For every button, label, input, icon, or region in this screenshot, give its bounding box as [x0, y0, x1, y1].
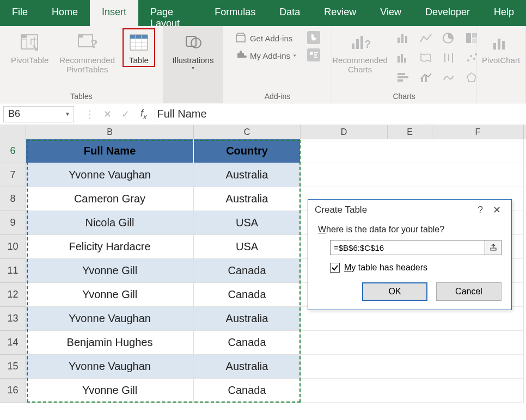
ribbon-tab-file[interactable]: File — [0, 0, 40, 26]
table-cell[interactable]: Australia — [194, 187, 301, 211]
row-header[interactable]: 13 — [0, 307, 26, 331]
table-cell[interactable]: Canada — [194, 379, 301, 403]
people-graph-button[interactable] — [304, 48, 323, 63]
stock-chart-icon[interactable] — [441, 50, 456, 65]
svg-rect-1 — [21, 35, 27, 38]
name-box[interactable]: B6 ▼ — [3, 106, 74, 122]
table-cell[interactable]: Cameron Gray — [26, 187, 194, 211]
select-all-corner[interactable] — [0, 125, 26, 139]
table-cell[interactable]: Felicity Hardacre — [26, 235, 194, 259]
table-cell[interactable]: Yvonne Gill — [26, 283, 194, 307]
close-icon[interactable]: ✕ — [488, 204, 505, 216]
table-cell[interactable]: Canada — [194, 283, 301, 307]
pivotchart-button[interactable]: PivotChart — [479, 28, 523, 67]
svg-rect-18 — [314, 52, 318, 53]
ribbon-tab-page-layout[interactable]: Page Layout — [138, 0, 203, 26]
headers-checkbox-row[interactable]: My table has headers — [330, 263, 501, 273]
dialog-titlebar[interactable]: Create Table ? ✕ — [308, 200, 511, 220]
column-header-C[interactable]: C — [194, 125, 301, 139]
ribbon-tab-data[interactable]: Data — [267, 0, 312, 26]
row-header[interactable]: 7 — [0, 163, 26, 187]
illustrations-button[interactable]: Illustrations ▾ — [169, 28, 217, 73]
tables-group-label: Tables — [70, 91, 92, 102]
ok-button[interactable]: OK — [362, 282, 427, 301]
table-header-cell[interactable]: Country — [194, 139, 301, 163]
table-cell[interactable]: USA — [194, 235, 301, 259]
ribbon-tab-view[interactable]: View — [368, 0, 413, 26]
range-picker-button[interactable] — [485, 240, 501, 255]
table-cell[interactable]: Canada — [194, 259, 301, 283]
table-button[interactable]: Table — [123, 28, 155, 67]
svg-rect-16 — [307, 48, 320, 61]
bar-chart-icon[interactable] — [395, 70, 411, 85]
chevron-down-icon: ▾ — [293, 53, 296, 58]
row-header[interactable]: 15 — [0, 355, 26, 379]
table-cell[interactable]: Australia — [194, 355, 301, 379]
table-cell[interactable]: Australia — [194, 307, 301, 331]
table-cell[interactable]: Canada — [194, 331, 301, 355]
bing-maps-button[interactable] — [304, 30, 323, 46]
table-cell[interactable]: Yvonne Vaughan — [26, 307, 194, 331]
cancel-button[interactable]: Cancel — [436, 282, 501, 301]
row-header[interactable]: 10 — [0, 235, 26, 259]
empty-cell[interactable] — [301, 163, 524, 187]
table-header-cell[interactable]: Full Name — [26, 139, 194, 163]
empty-cell[interactable] — [301, 331, 524, 355]
row-header[interactable]: 11 — [0, 259, 26, 283]
pivottable-button[interactable]: PivotTable — [8, 28, 52, 67]
ribbon-tab-developer[interactable]: Developer — [413, 0, 482, 26]
ribbon-tab-formulas[interactable]: Formulas — [203, 0, 267, 26]
table-cell[interactable]: Yvonne Vaughan — [26, 355, 194, 379]
table-cell[interactable]: Benjamin Hughes — [26, 331, 194, 355]
column-header-D[interactable]: D — [301, 125, 388, 139]
empty-cell[interactable] — [301, 355, 524, 379]
table-cell[interactable]: Yvonne Gill — [26, 259, 194, 283]
column-chart-icon[interactable] — [395, 30, 411, 46]
collapse-dialog-icon — [490, 244, 497, 251]
enter-formula-icon[interactable]: ✓ — [121, 108, 130, 120]
headers-checkbox[interactable] — [330, 263, 340, 273]
row-header[interactable]: 6 — [0, 139, 26, 163]
line-chart-icon[interactable] — [418, 30, 433, 46]
formula-bar-input[interactable]: Full Name — [155, 108, 526, 120]
row-header[interactable]: 9 — [0, 211, 26, 235]
ribbon-tab-home[interactable]: Home — [40, 0, 90, 26]
pivotchart-icon — [489, 30, 513, 54]
row-header[interactable]: 12 — [0, 283, 26, 307]
column-header-F[interactable]: F — [432, 125, 524, 139]
empty-cell[interactable] — [301, 307, 524, 331]
table-cell[interactable]: Yvonne Gill — [26, 379, 194, 403]
empty-cell[interactable] — [301, 139, 524, 163]
table-cell[interactable]: Nicola Gill — [26, 211, 194, 235]
combo-chart-icon[interactable] — [418, 70, 433, 85]
recommended-pivottables-button[interactable]: ? Recommended PivotTables — [56, 28, 118, 77]
table-cell[interactable]: USA — [194, 211, 301, 235]
hierarchy-chart-icon[interactable] — [395, 50, 411, 65]
ribbon-tab-insert[interactable]: Insert — [90, 0, 138, 26]
surface-chart-icon[interactable] — [441, 70, 456, 85]
recommended-charts-button[interactable]: ? Recommended Charts — [329, 28, 391, 77]
get-addins-button[interactable]: Get Add-ins — [231, 30, 299, 46]
illustrations-label: Illustrations — [173, 55, 214, 65]
table-cell[interactable]: Australia — [194, 163, 301, 187]
empty-cell[interactable] — [301, 379, 524, 403]
table-cell[interactable]: Yvonne Vaughan — [26, 163, 194, 187]
row-header[interactable]: 14 — [0, 331, 26, 355]
help-icon[interactable]: ? — [472, 205, 488, 216]
ribbon-tab-help[interactable]: Help — [482, 0, 526, 26]
ellipsis-icon[interactable]: ⋮ — [85, 108, 94, 120]
fx-icon[interactable]: fx — [140, 108, 155, 121]
cancel-formula-icon[interactable]: ✕ — [103, 108, 112, 120]
my-addins-button[interactable]: My Add-ins ▾ — [231, 48, 299, 63]
ribbon-group-charts: ? Recommended Charts Charts — [332, 26, 476, 103]
column-header-B[interactable]: B — [26, 125, 194, 139]
pie-chart-icon[interactable] — [441, 30, 456, 46]
map-chart-icon[interactable] — [418, 50, 433, 65]
ribbon-tabs: FileHomeInsertPage LayoutFormulasDataRev… — [0, 0, 526, 26]
ribbon-tab-review[interactable]: Review — [312, 0, 368, 26]
row-header[interactable]: 8 — [0, 187, 26, 211]
column-header-E[interactable]: E — [388, 125, 432, 139]
row-header[interactable]: 16 — [0, 379, 26, 403]
table-range-input[interactable] — [330, 240, 485, 255]
chevron-down-icon[interactable]: ▼ — [65, 111, 70, 117]
